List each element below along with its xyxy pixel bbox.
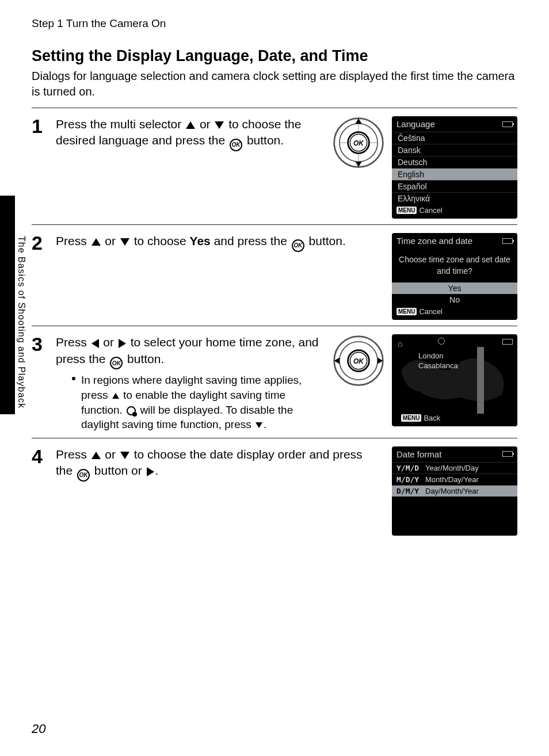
city-label: London (418, 352, 458, 361)
svg-text:OK: OK (353, 139, 364, 147)
step-number: 4 (32, 446, 48, 482)
step-number: 1 (32, 116, 48, 151)
lcd-date-format-screen: Date format Y/M/DYear/Month/DayM/D/YMont… (392, 446, 517, 536)
lcd-title: Language (396, 119, 435, 129)
option-no: No (392, 294, 517, 306)
menu-chip: MENU (396, 207, 417, 214)
battery-icon (502, 339, 513, 345)
multi-selector-illustration: OK (332, 334, 385, 387)
date-format-option: Y/M/DYear/Month/Day (392, 462, 517, 474)
ok-icon: OK (110, 357, 123, 369)
down-arrow-icon (215, 121, 224, 129)
svg-text:OK: OK (353, 357, 364, 365)
dst-icon (438, 338, 445, 345)
step-number: 3 (32, 334, 48, 432)
step3-text: Press or to select your home time zone, … (56, 334, 322, 369)
step-number: 2 (32, 233, 48, 253)
section-title: Setting the Display Language, Date, and … (32, 47, 517, 65)
language-option: Čeština (392, 132, 517, 144)
menu-chip: MENU (396, 308, 417, 315)
ok-icon: OK (230, 139, 242, 151)
language-option: Deutsch (392, 156, 517, 168)
battery-icon (502, 238, 513, 244)
right-arrow-icon (147, 467, 154, 476)
section-side-label: The Basics of Shooting and Playback (16, 236, 26, 408)
language-option: English (392, 168, 517, 180)
bullet-icon (72, 377, 75, 380)
down-arrow-icon (120, 452, 129, 459)
date-format-option: M/D/YMonth/Day/Year (392, 474, 517, 485)
language-option: Dansk (392, 144, 517, 156)
language-option: Ελληνικά (392, 192, 517, 204)
city-label: Casablanca (418, 361, 458, 371)
divider (32, 224, 517, 225)
lcd-title: Date format (396, 449, 441, 459)
battery-icon (502, 121, 513, 127)
lcd-prompt-text: Choose time zone and set date and time? (392, 249, 517, 282)
lcd-timezone-prompt: Time zone and date Choose time zone and … (392, 233, 517, 320)
dst-globe-icon (127, 406, 136, 415)
ok-icon: OK (292, 239, 304, 252)
down-arrow-icon (120, 238, 129, 246)
intro-paragraph: Dialogs for language selection and camer… (32, 68, 517, 100)
step2-text: Press or to choose Yes and press the OK … (56, 233, 382, 252)
back-label: Back (424, 414, 440, 422)
up-arrow-icon (92, 238, 101, 246)
menu-chip: MENU (401, 414, 421, 422)
up-arrow-icon (112, 393, 119, 399)
step4-text: Press or to choose the date display orde… (56, 446, 382, 482)
running-head: Step 1 Turn the Camera On (32, 17, 517, 30)
divider (32, 326, 517, 326)
language-option: Español (392, 180, 517, 192)
divider (32, 438, 517, 438)
option-yes: Yes (392, 282, 517, 294)
date-format-option: D/M/YDay/Month/Year (392, 485, 517, 497)
lcd-language-screen: Language ČeštinaDanskDeutschEnglishEspañ… (392, 116, 517, 219)
step1-text: Press the multi selector or to choose th… (56, 116, 322, 151)
divider (32, 108, 517, 108)
lcd-title: Time zone and date (396, 236, 472, 246)
lcd-map-screen: ⌂ London Casablanca MENU Back (392, 334, 517, 426)
section-tab (0, 196, 15, 414)
right-arrow-icon (119, 339, 126, 348)
step3-note: In regions where daylight saving time ap… (72, 373, 322, 432)
cancel-label: Cancel (419, 307, 442, 316)
multi-selector-illustration: OK (332, 116, 385, 169)
timezone-band (477, 347, 484, 414)
up-arrow-icon (186, 121, 195, 129)
down-arrow-icon (256, 422, 262, 428)
battery-icon (502, 451, 513, 457)
ok-icon: OK (77, 469, 90, 482)
page-number: 20 (32, 721, 45, 736)
cancel-label: Cancel (419, 206, 442, 215)
left-arrow-icon (92, 339, 99, 348)
up-arrow-icon (92, 452, 101, 459)
